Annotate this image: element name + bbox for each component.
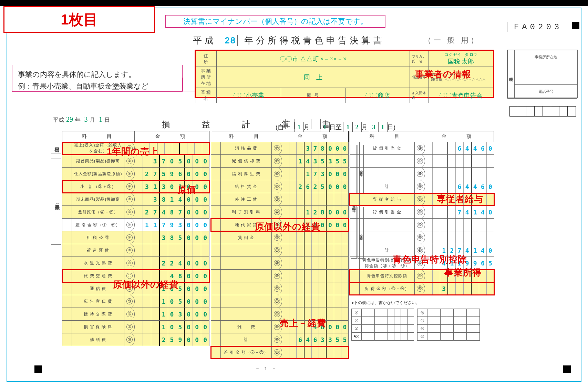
amount-cells: 173000 <box>282 168 348 180</box>
table-row: 計㊲64460 <box>350 180 494 193</box>
amount-cells: 27596000 <box>135 168 209 180</box>
row-label: 計 <box>221 333 272 346</box>
table-row: 計㉜6463355 <box>211 333 349 346</box>
amount-cells: 27487000 <box>135 206 209 218</box>
row-num: ㉘ <box>272 282 282 295</box>
amount-cells: 64460 <box>425 142 494 154</box>
row-num: ㊴ <box>415 206 425 218</box>
hdr-amount2: 金 額 <box>280 131 348 142</box>
row-label: 修 繕 費 <box>72 333 124 346</box>
row-num: ⑥ <box>124 206 135 218</box>
col1-header: 科 目 金 額 <box>62 131 209 142</box>
bizaddr-label: 事業所所在地 <box>196 67 217 88</box>
page-number-overlay: 1枚目 <box>3 6 155 33</box>
desc-line1: 事業の内容を具体的に記入します。 <box>18 69 177 80</box>
description-box: 事業の内容を具体的に記入します。 例：青果小売業、自動車板金塗装業など <box>12 65 183 92</box>
row-num: ⑨ <box>124 244 135 257</box>
row-label: 荷 造 運 賃 <box>72 244 124 257</box>
col1: 科 目 金 額 売上(収入)金額（雑収入を含む）①期首商品(製品)棚卸高②370… <box>62 131 209 346</box>
row-label: 仕入金額(製品製造原価) <box>72 168 124 180</box>
row-label <box>360 168 415 180</box>
amount-cells: 163000 <box>135 308 209 320</box>
row-label <box>221 244 272 257</box>
annot-sales: 1年間の売上 <box>107 145 159 158</box>
name-value: コク ゼイ タ ロウ国税 太郎 <box>429 51 493 67</box>
row-label: 差 引 金 額（⑦－㉜） <box>221 346 272 359</box>
shop-label: 屋 号 <box>281 88 345 103</box>
office-block: 依頼税理士等 事務所所在地 電話番号 <box>507 50 578 98</box>
vert-submit: 提出用 <box>51 133 61 153</box>
type-value: 〇〇小売業 <box>217 88 281 103</box>
office-label: 依頼税理士等 <box>508 50 515 99</box>
amount-cells <box>135 244 209 257</box>
table-row: 給 料 賃 金⑳2625000 <box>211 180 349 193</box>
amount-cells: 64460 <box>425 180 494 193</box>
type-label: 業種名 <box>196 88 217 103</box>
title-era: 平成 <box>193 35 216 46</box>
table-row: 利 子 割 引 料㉒128000 <box>211 206 349 219</box>
annot-diff: 売上－経費 <box>280 317 326 329</box>
row-label: 消 耗 品 費 <box>221 142 272 154</box>
annot-shotoku: 事業所得 <box>444 267 482 279</box>
row-num: ㉙ <box>272 295 282 308</box>
amount-cells <box>282 346 348 359</box>
bottom-grid: ㋾㋭㋦㋫㋪㋬A㋕㋷ <box>351 309 479 340</box>
table-row: 外 注 工 賃㉑ <box>211 193 349 206</box>
table-row: ㉕ <box>211 244 349 257</box>
hdr-subject2: 科 目 <box>211 131 280 142</box>
notice: 決算書にマイナンバー（個人番号）の記入は不要です。 <box>165 15 385 28</box>
table-row: 水 道 光 熱 費⑩224000 <box>62 257 209 270</box>
table-row: 接 待 交 際 費⑭163000 <box>62 308 209 321</box>
amount-cells <box>425 231 494 244</box>
row-num: ㊱ <box>415 168 425 180</box>
row-label <box>221 308 272 320</box>
amount-cells: 378000 <box>282 142 348 154</box>
amount-cells: 224000 <box>135 257 209 269</box>
desc-connector <box>183 78 195 91</box>
addr-label: 住 所 <box>196 51 217 67</box>
row-num: ⑳ <box>272 180 282 193</box>
row-num: ㉗ <box>272 270 282 282</box>
amount-cells: 2625000 <box>282 180 348 193</box>
row-num: ㉕ <box>272 244 282 257</box>
addr-value: 〇〇市 △△町 ×－××－× <box>217 51 410 67</box>
row-num: ㉒ <box>272 206 282 218</box>
row-num: ㉖ <box>272 257 282 269</box>
row-num: ㊵ <box>415 219 425 231</box>
row-num: ⑰ <box>272 142 282 154</box>
row-num: ㉑ <box>272 193 282 205</box>
black-cells-right <box>510 106 576 118</box>
row-label: 青色申告特別控除額 <box>360 270 415 282</box>
black-marker-tr <box>572 22 579 29</box>
table-row: 貸 倒 引 当 金㉞64460 <box>350 142 494 155</box>
amount-cells: 105000 <box>135 295 209 308</box>
row-label: 損 害 保 険 料 <box>72 321 124 333</box>
table-row: 消 耗 品 費⑰378000 <box>211 142 349 155</box>
amount-cells <box>282 257 348 269</box>
amount-cells: 11793000 <box>135 219 209 231</box>
office-advisor <box>515 64 577 85</box>
amount-cells <box>425 219 494 231</box>
table-row: ㊵ <box>350 219 494 231</box>
table-row: 仕入金額(製品製造原価)③27596000 <box>62 168 209 180</box>
row-num: ⑭ <box>124 308 135 320</box>
table-row: 修 繕 費⑯259000 <box>62 333 209 346</box>
row-num: ⑧ <box>124 231 135 244</box>
row-label: 減 価 償 却 費 <box>221 155 272 167</box>
furi-label: フリガナ氏 名 <box>410 51 429 67</box>
hdr-subject3: 科 目 <box>350 131 422 142</box>
row-label: 差 引 金 額（①－⑥） <box>72 219 124 231</box>
table-row: 差引原価（④－⑤）⑥27487000 <box>62 206 209 219</box>
hdr-amount: 金 額 <box>135 131 209 142</box>
row-label: 利 子 割 引 料 <box>221 206 272 218</box>
table-row: ㊱ <box>350 168 494 180</box>
amount-cells <box>282 193 348 205</box>
row-label: 期末商品(製品)棚卸高 <box>72 193 124 205</box>
row-label: 貸 倒 引 当 金 <box>360 142 415 154</box>
office-addr-label: 事務所所在地 <box>515 50 577 64</box>
amount-cells <box>282 270 348 282</box>
row-label: 広 告 宣 伝 費 <box>72 295 124 308</box>
table-row: ㉟ <box>350 155 494 168</box>
table-row: ㉗ <box>211 270 349 282</box>
row-label: 租 税 公 課 <box>72 231 124 244</box>
